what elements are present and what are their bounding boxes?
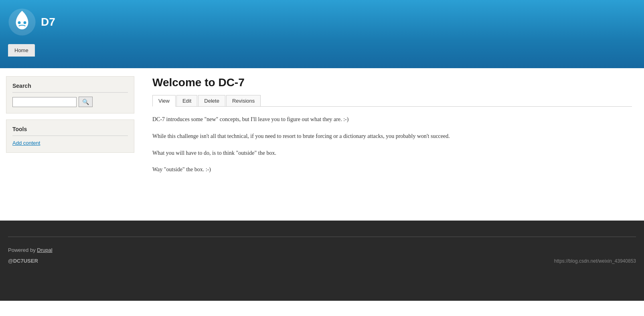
site-name: D7	[41, 16, 55, 28]
tab-delete[interactable]: Delete	[198, 95, 225, 106]
content-paragraph-2: While this challenge isn't all that tech…	[152, 132, 632, 141]
search-icon: 🔍	[82, 99, 89, 105]
page-title: Welcome to DC-7	[152, 76, 632, 89]
content-body: DC-7 introduces some "new" concepts, but…	[152, 115, 632, 174]
add-content-link[interactable]: Add content	[12, 140, 40, 146]
drupal-logo-icon	[8, 8, 36, 36]
footer-divider	[8, 237, 636, 237]
footer-bottom: Powered by Drupal @DC7USER https://blog.…	[8, 247, 636, 264]
header: D7 Home	[0, 0, 644, 68]
footer-user: @DC7USER	[8, 258, 53, 264]
search-block: Search 🔍	[6, 76, 134, 113]
header-top: D7	[8, 4, 636, 42]
tools-block: Tools Add content	[6, 120, 134, 153]
logo-area: D7	[8, 8, 55, 36]
footer-left: Powered by Drupal @DC7USER	[8, 247, 53, 264]
tab-revisions[interactable]: Revisions	[226, 95, 261, 106]
main-container: Search 🔍 Tools Add content Welcome to DC…	[0, 68, 644, 221]
footer-powered: Powered by Drupal	[8, 247, 53, 253]
footer-url: https://blog.csdn.net/weixin_43940853	[554, 254, 636, 264]
drupal-link[interactable]: Drupal	[37, 247, 52, 253]
content-tabs: View Edit Delete Revisions	[152, 95, 632, 107]
tab-view[interactable]: View	[152, 95, 176, 107]
main-nav: Home	[8, 42, 636, 57]
svg-point-1	[18, 21, 21, 24]
search-button[interactable]: 🔍	[79, 97, 93, 107]
sidebar: Search 🔍 Tools Add content	[0, 68, 140, 221]
search-form: 🔍	[12, 97, 128, 107]
content-paragraph-3: What you will have to do, is to think "o…	[152, 148, 632, 158]
footer: Powered by Drupal @DC7USER https://blog.…	[0, 221, 644, 301]
search-input[interactable]	[12, 97, 77, 107]
tools-block-title: Tools	[12, 126, 128, 136]
content-area: Welcome to DC-7 View Edit Delete Revisio…	[140, 68, 644, 221]
svg-point-2	[24, 21, 26, 24]
nav-item-home[interactable]: Home	[8, 44, 35, 57]
powered-by-text: Powered by	[8, 247, 37, 253]
search-block-title: Search	[12, 83, 128, 93]
tab-edit[interactable]: Edit	[176, 95, 197, 106]
content-paragraph-1: DC-7 introduces some "new" concepts, but…	[152, 115, 632, 124]
content-paragraph-4: Way "outside" the box. :-)	[152, 165, 632, 174]
